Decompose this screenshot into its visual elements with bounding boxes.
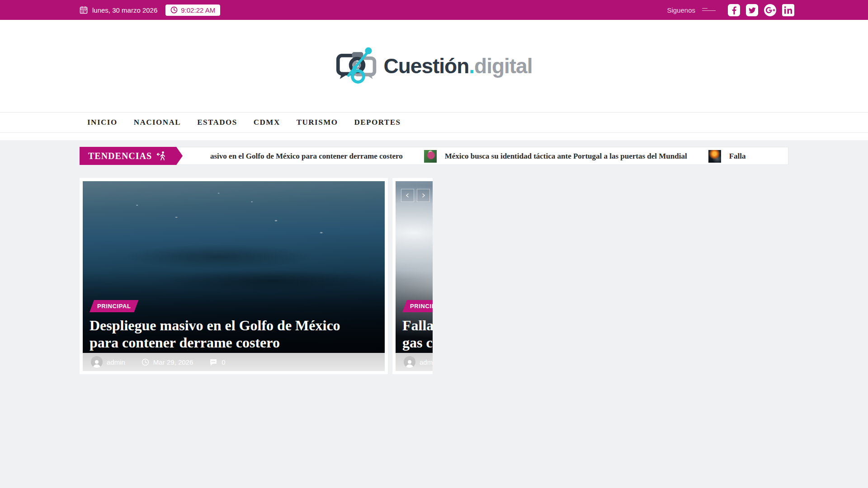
featured-card-2-clip: PRINCIPAL Falla gas c	[392, 178, 433, 374]
time-badge: 9:02:22 AM	[165, 5, 220, 16]
author-name[interactable]: admin	[107, 358, 125, 366]
logo-wordmark: Cuestión.digital	[383, 54, 532, 78]
person-icon	[92, 359, 102, 368]
category-badge[interactable]: PRINCIPAL	[90, 300, 139, 312]
carousel-prev-button[interactable]	[401, 189, 414, 202]
ticker-item[interactable]: Falla	[708, 150, 746, 163]
logo-suffix-text: digital	[474, 54, 532, 78]
current-date: lunes, 30 marzo 2026	[92, 6, 157, 14]
news-homepage: lunes, 30 marzo 2026 9:02:22 AM Siguenos	[0, 0, 868, 488]
logo-dot: .	[469, 54, 474, 78]
follow-dashes-icon	[702, 8, 716, 12]
category-badge[interactable]: PRINCIPAL	[402, 300, 433, 312]
main-section: asivo en el Golfo de México para contene…	[0, 140, 868, 488]
author-avatar	[404, 356, 415, 368]
calendar-icon	[80, 6, 88, 14]
nav-item-cdmx[interactable]: CDMX	[254, 118, 280, 127]
nav-item-estados[interactable]: ESTADOS	[197, 118, 237, 127]
nav-item-inicio[interactable]: INICIO	[87, 118, 118, 127]
nav-item-nacional[interactable]: NACIONAL	[134, 118, 181, 127]
ticker-box: asivo en el Golfo de México para contene…	[80, 147, 788, 165]
featured-slider: PRINCIPAL Despliegue masivo en el Golfo …	[80, 178, 788, 374]
trending-label-text: TENDENCIAS	[88, 151, 152, 161]
card-title-line1: Falla	[402, 317, 433, 333]
topbar: lunes, 30 marzo 2026 9:02:22 AM Siguenos	[0, 0, 868, 20]
carousel-controls	[401, 189, 430, 202]
comments-icon	[209, 358, 217, 366]
comment-count[interactable]: 0	[222, 358, 225, 366]
card-title-line2: gas c	[402, 334, 433, 351]
ticker-thumb-soccer	[424, 150, 437, 163]
ticker-headline: México busca su identidad táctica ante P…	[445, 152, 687, 161]
carousel-next-button[interactable]	[417, 189, 430, 202]
site-logo[interactable]: Cuestión.digital	[335, 44, 532, 88]
ticker-headline: asivo en el Golfo de México para contene…	[210, 152, 403, 161]
follow-label: Siguenos	[667, 6, 695, 14]
clock-icon	[142, 358, 149, 366]
card-meta: admin	[396, 353, 433, 371]
datetime-group: lunes, 30 marzo 2026 9:02:22 AM	[80, 5, 220, 16]
logo-icon	[335, 44, 379, 88]
card-title[interactable]: Despliegue masivo en el Golfo de México …	[90, 317, 378, 351]
current-time: 9:02:22 AM	[181, 6, 215, 14]
card-title-line2: para contener derrame costero	[90, 334, 280, 351]
social-group: Siguenos	[667, 4, 794, 16]
chevron-left-icon	[405, 193, 410, 198]
featured-card-1[interactable]: PRINCIPAL Despliegue masivo en el Golfo …	[80, 178, 388, 374]
twitter-icon[interactable]	[746, 4, 758, 16]
linkedin-icon[interactable]	[782, 4, 794, 16]
ticker-item[interactable]: asivo en el Golfo de México para contene…	[210, 152, 403, 161]
card-title-line1: Despliegue masivo en el Golfo de México	[90, 317, 340, 333]
facebook-icon[interactable]	[728, 4, 740, 16]
chevron-right-icon	[421, 193, 426, 198]
nav-item-deportes[interactable]: DEPORTES	[354, 118, 401, 127]
site-header: Cuestión.digital	[0, 20, 868, 112]
walking-person-icon	[156, 151, 167, 161]
person-icon	[405, 359, 415, 368]
main-nav: INICIO NACIONAL ESTADOS CDMX TURISMO DEP…	[0, 112, 868, 133]
featured-card-2[interactable]: PRINCIPAL Falla gas c	[392, 178, 433, 374]
author-avatar	[91, 356, 103, 368]
author-name[interactable]: admin	[420, 358, 433, 366]
card-title[interactable]: Falla gas c	[402, 317, 433, 351]
card-image-ocean-oil-spill: PRINCIPAL Despliegue masivo en el Golfo …	[83, 181, 385, 353]
trending-bar: asivo en el Golfo de México para contene…	[80, 147, 788, 165]
header-bottom-spacer	[0, 133, 868, 140]
post-date: Mar 29, 2026	[153, 358, 193, 366]
ticker-headline: Falla	[729, 152, 746, 161]
ticker-list: asivo en el Golfo de México para contene…	[183, 147, 788, 165]
card-image-storm-clouds: PRINCIPAL Falla gas c	[396, 181, 433, 353]
logo-main-text: Cuestión	[383, 54, 469, 78]
ticker-item[interactable]: México busca su identidad táctica ante P…	[424, 150, 687, 163]
card-meta: admin Mar 29, 2026 0	[83, 353, 385, 371]
trending-label: TENDENCIAS	[80, 147, 183, 165]
nav-item-turismo[interactable]: TURISMO	[297, 118, 338, 127]
ticker-thumb-gas-flare	[708, 150, 721, 163]
card-caption: PRINCIPAL Falla gas c	[402, 300, 433, 351]
clock-icon	[170, 6, 178, 14]
card-caption: PRINCIPAL Despliegue masivo en el Golfo …	[90, 300, 378, 351]
google-plus-icon[interactable]	[764, 4, 776, 16]
